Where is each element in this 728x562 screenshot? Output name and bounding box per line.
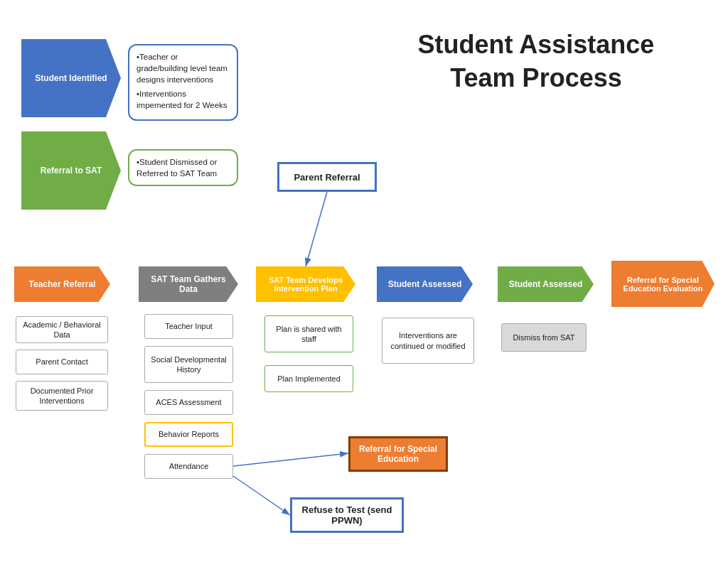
title-line1: Student Assistance (387, 28, 685, 62)
student-assessed-1-arrow: Student Assessed (377, 266, 473, 302)
info-box-blue: •Teacher or grade/building level team de… (128, 44, 238, 121)
svg-line-2 (306, 192, 327, 266)
teacher-input-box: Teacher Input (144, 314, 233, 339)
student-identified-chevron: Student Identified (21, 39, 121, 117)
referral-to-sat-chevron: Referral to SAT (21, 131, 121, 210)
sat-develops-arrow: SAT Team Develops Intervention Plan (256, 266, 355, 302)
title-line2: Team Process (387, 62, 685, 95)
documented-box: Documented Prior Interventions (16, 381, 108, 411)
refuse-to-test-box: Refuse to Test (send PPWN) (290, 497, 404, 533)
social-box: Social Developmental History (144, 346, 233, 383)
page: { "title": { "line1": "Student Assistanc… (0, 0, 728, 562)
page-title: Student Assistance Team Process (387, 28, 685, 95)
parent-contact-box: Parent Contact (16, 350, 108, 374)
info-box-green: •Student Dismissed or Referred to SAT Te… (128, 149, 238, 186)
attendance-box: Attendance (144, 454, 233, 479)
plan-implemented-box: Plan Implemented (264, 365, 353, 392)
referral-sped-bottom-box: Referral for Special Education (348, 436, 448, 472)
referral-sped-arrow: Referral for Special Education Evaluatio… (611, 261, 714, 307)
student-assessed-2-arrow: Student Assessed (498, 266, 594, 302)
parent-referral-box: Parent Referral (277, 162, 377, 192)
aces-box: ACES Assessment (144, 390, 233, 415)
academic-box: Academic / Behavioral Data (16, 316, 108, 343)
svg-line-3 (233, 453, 348, 466)
behavior-box: Behavior Reports (144, 422, 233, 447)
interventions-box: Interventions are continued or modified (382, 318, 474, 364)
sat-gathers-arrow: SAT Team Gathers Data (139, 266, 238, 302)
plan-shared-box: Plan is shared with staff (264, 315, 353, 352)
teacher-referral-arrow: Teacher Referral (14, 266, 110, 302)
dismiss-box: Dismiss from SAT (501, 323, 587, 352)
svg-line-4 (233, 476, 290, 515)
